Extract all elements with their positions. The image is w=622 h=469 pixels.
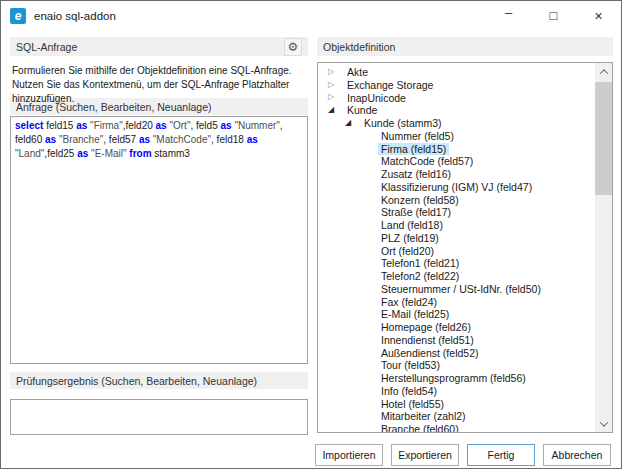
tree-item[interactable]: PLZ (feld19) — [318, 232, 595, 245]
tree-scrollbar[interactable] — [595, 63, 612, 432]
sql-token-ident: , feld57 — [103, 134, 139, 145]
sql-query-input[interactable]: select feld15 as "Firma",feld20 as "Ort"… — [10, 116, 308, 364]
tree-item[interactable]: Telefon2 (feld22) — [318, 270, 595, 283]
tree-item[interactable]: E-Mail (feld25) — [318, 308, 595, 321]
titlebar: e enaio sql-addon – □ × — [1, 1, 621, 30]
tree-item-label: Mitarbeiter (zahl2) — [378, 410, 469, 422]
tree-item-label: Firma (feld15) — [378, 143, 449, 155]
tree-item-label: Nummer (feld5) — [378, 130, 457, 142]
sql-token-ident: feld15 — [43, 120, 76, 131]
check-result-header-label: Prüfungsergebnis (Suchen, Bearbeiten, Ne… — [16, 375, 257, 387]
sql-token-string: "Land" — [15, 148, 44, 159]
close-button[interactable]: × — [576, 1, 621, 30]
footer-buttons: Importieren Exportieren Fertig Abbrechen — [315, 444, 611, 466]
tree-item-label: Zusatz (feld16) — [378, 168, 454, 180]
tree-item-label: Fax (feld24) — [378, 296, 440, 308]
window-title: enaio sql-addon — [34, 10, 486, 22]
tree-item-label: Telefon2 (feld22) — [378, 270, 462, 282]
tree-item[interactable]: ▷Exchange Storage — [318, 79, 595, 92]
tree-item-label: Hotel (feld55) — [378, 398, 447, 410]
tree-item-label: Exchange Storage — [344, 79, 436, 91]
sql-token-string: "MatchCode" — [153, 134, 211, 145]
tree-item[interactable]: ▷InapUnicode — [318, 92, 595, 105]
tree-item-label: PLZ (feld19) — [378, 232, 442, 244]
tree-item[interactable]: Firma (feld15) — [318, 143, 595, 156]
sql-token-keyword: as — [247, 134, 258, 145]
sql-token-string: "Firma" — [90, 120, 123, 131]
sql-token-string: "Ort" — [169, 120, 190, 131]
tree-item-label: Akte — [344, 66, 371, 78]
sql-token-keyword: as — [76, 120, 87, 131]
tree-item[interactable]: Mitarbeiter (zahl2) — [318, 410, 595, 423]
tree-item-label: Land (feld18) — [378, 219, 446, 231]
minimize-icon: – — [505, 5, 512, 20]
import-button[interactable]: Importieren — [315, 444, 383, 466]
tree-item[interactable]: Telefon1 (feld21) — [318, 257, 595, 270]
scrollbar-thumb[interactable] — [595, 82, 612, 195]
sql-token-ident: stamm3 — [152, 148, 190, 159]
tree-item-label: Info (feld54) — [378, 385, 440, 397]
dialog-window: e enaio sql-addon – □ × SQL-Anfrage ⚙ Fo… — [0, 0, 622, 469]
tree-item[interactable]: ◢Kunde — [318, 104, 595, 117]
tree-item[interactable]: Ort (feld20) — [318, 245, 595, 258]
object-definition-header: Objektdefinition — [317, 37, 613, 56]
tree-item[interactable]: Hotel (feld55) — [318, 398, 595, 411]
scroll-up-button[interactable] — [595, 63, 612, 80]
finish-button[interactable]: Fertig — [467, 444, 535, 466]
sql-token-keyword: select — [15, 120, 43, 131]
tree-item[interactable]: Fax (feld24) — [318, 296, 595, 309]
tree-item-label: Konzern (feld58) — [378, 194, 462, 206]
tree-item[interactable]: ▷Akte — [318, 66, 595, 79]
tree-item-label: Innendienst (feld51) — [378, 334, 477, 346]
tree-item[interactable]: Klassifizierung (IGM) VJ (feld47) — [318, 181, 595, 194]
tree-item[interactable]: Innendienst (feld51) — [318, 334, 595, 347]
sql-token-keyword: as — [45, 134, 56, 145]
tree-item[interactable]: Land (feld18) — [318, 219, 595, 232]
tree-item[interactable]: Homepage (feld26) — [318, 321, 595, 334]
chevron-expanded-icon[interactable]: ◢ — [328, 104, 344, 117]
chevron-expanded-icon[interactable]: ◢ — [345, 117, 361, 130]
object-tree[interactable]: ▷Akte▷Exchange Storage▷InapUnicode◢Kunde… — [318, 66, 595, 432]
tree-item-label: InapUnicode — [344, 92, 409, 104]
tree-item[interactable]: Nummer (feld5) — [318, 130, 595, 143]
tree-item[interactable]: Info (feld54) — [318, 385, 595, 398]
tree-item[interactable]: MatchCode (feld57) — [318, 155, 595, 168]
sql-token-string: "Branche" — [59, 134, 103, 145]
tree-item-label: E-Mail (feld25) — [378, 308, 452, 320]
tree-item[interactable]: Konzern (feld58) — [318, 194, 595, 207]
chevron-collapsed-icon[interactable]: ▷ — [328, 91, 344, 104]
tree-item[interactable]: ◢Kunde (stamm3) — [318, 117, 595, 130]
sql-token-ident: ,feld25 — [44, 148, 77, 159]
tree-item[interactable]: Branche (feld60) — [318, 423, 595, 432]
sql-token-string: "Nummer" — [234, 120, 279, 131]
sql-description: Formulieren Sie mithilfe der Objektdefin… — [12, 64, 306, 92]
tree-item[interactable]: Außendienst (feld52) — [318, 347, 595, 360]
chevron-up-icon — [599, 69, 607, 77]
app-icon: e — [10, 8, 26, 24]
sql-section-title: SQL-Anfrage — [16, 41, 284, 53]
gear-icon: ⚙ — [288, 40, 299, 54]
tree-item-label: Branche (feld60) — [378, 423, 462, 432]
sql-token-keyword: as — [220, 120, 231, 131]
tree-item[interactable]: Tour (feld53) — [318, 359, 595, 372]
minimize-button[interactable]: – — [486, 1, 531, 30]
tree-item[interactable]: Herstellungsprogramm (feld56) — [318, 372, 595, 385]
close-icon: × — [594, 8, 602, 24]
cancel-button[interactable]: Abbrechen — [543, 444, 611, 466]
chevron-collapsed-icon[interactable]: ▷ — [328, 79, 344, 92]
tree-item[interactable]: Straße (feld17) — [318, 206, 595, 219]
check-result-box[interactable] — [10, 399, 308, 435]
export-button[interactable]: Exportieren — [391, 444, 459, 466]
sql-section-header: SQL-Anfrage ⚙ — [10, 37, 308, 56]
tree-item-label: Straße (feld17) — [378, 206, 454, 218]
maximize-icon: □ — [550, 8, 558, 23]
maximize-button[interactable]: □ — [531, 1, 576, 30]
tree-item[interactable]: Steuernummer / USt-IdNr. (feld50) — [318, 283, 595, 296]
tree-item[interactable]: Zusatz (feld16) — [318, 168, 595, 181]
settings-button[interactable]: ⚙ — [284, 38, 302, 56]
chevron-collapsed-icon[interactable]: ▷ — [328, 66, 344, 79]
tree-item-label: Homepage (feld26) — [378, 321, 474, 333]
object-definition-title: Objektdefinition — [323, 41, 607, 53]
scroll-down-button[interactable] — [595, 415, 612, 432]
sql-token-ident: , feld5 — [190, 120, 220, 131]
